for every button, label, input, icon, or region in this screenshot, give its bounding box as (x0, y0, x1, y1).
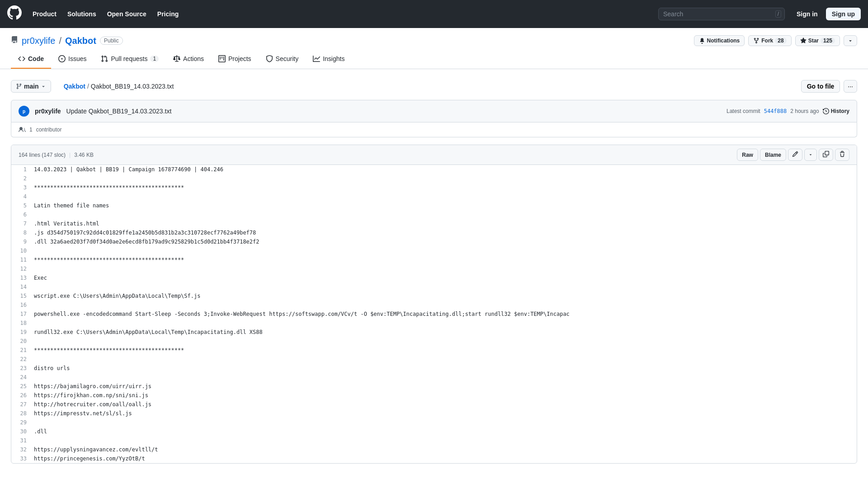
github-logo[interactable] (7, 5, 22, 23)
copy-icon (823, 151, 829, 157)
fork-button[interactable]: Fork 28 (748, 35, 791, 46)
sign-in-button[interactable]: Sign in (792, 8, 822, 20)
line-content: Latin themed file names (34, 201, 857, 210)
bell-icon (699, 38, 705, 44)
line-number[interactable]: 11 (11, 255, 34, 264)
nav-solutions[interactable]: Solutions (64, 9, 100, 19)
line-content (34, 192, 857, 201)
tab-insights[interactable]: Insights (306, 50, 352, 69)
line-number[interactable]: 31 (11, 436, 34, 445)
line-number[interactable]: 24 (11, 373, 34, 382)
line-number[interactable]: 5 (11, 201, 34, 210)
repo-owner-link[interactable]: pr0xylife (22, 36, 55, 46)
tab-pullrequests[interactable]: Pull requests 1 (94, 50, 166, 69)
line-number[interactable]: 9 (11, 237, 34, 246)
line-number[interactable]: 15 (11, 291, 34, 300)
line-number[interactable]: 2 (11, 174, 34, 183)
table-row: 18 (11, 319, 857, 328)
line-number[interactable]: 3 (11, 183, 34, 192)
delete-button[interactable] (835, 149, 849, 161)
history-link[interactable]: History (823, 108, 849, 114)
line-number[interactable]: 6 (11, 210, 34, 219)
line-number[interactable]: 23 (11, 364, 34, 373)
star-button[interactable]: Star 125 (795, 35, 840, 46)
file-viewer: 164 lines (147 sloc) | 3.46 KB Raw Blame (11, 145, 857, 464)
commit-author[interactable]: pr0xylife (35, 108, 61, 115)
line-number[interactable]: 17 (11, 310, 34, 319)
line-number[interactable]: 21 (11, 346, 34, 355)
line-content: 14.03.2023 | Qakbot | BB19 | Campaign 16… (34, 165, 857, 174)
line-content (34, 282, 857, 291)
tab-issues[interactable]: Issues (51, 50, 94, 69)
line-number[interactable]: 30 (11, 427, 34, 436)
commit-message: Update Qakbot_BB19_14.03.2023.txt (66, 108, 172, 115)
more-options-button[interactable]: ··· (844, 80, 857, 93)
stat-separator: | (69, 152, 71, 158)
go-to-file-button[interactable]: Go to file (801, 80, 840, 93)
line-content (34, 246, 857, 255)
line-number[interactable]: 19 (11, 328, 34, 337)
tab-code[interactable]: Code (11, 50, 51, 69)
table-row: 17 powershell.exe -encodedcommand Start-… (11, 310, 857, 319)
tab-projects[interactable]: Projects (211, 50, 259, 69)
contributors-label: contributor (36, 127, 62, 133)
line-number[interactable]: 28 (11, 409, 34, 418)
line-number[interactable]: 1 (11, 165, 34, 174)
line-number[interactable]: 29 (11, 418, 34, 427)
code-table: 1 14.03.2023 | Qakbot | BB19 | Campaign … (11, 165, 857, 463)
tab-security[interactable]: Security (259, 50, 306, 69)
star-dropdown-button[interactable] (844, 35, 857, 46)
trash-icon (839, 151, 845, 157)
line-number[interactable]: 33 (11, 454, 34, 463)
commit-hash[interactable]: 544f888 (764, 108, 787, 114)
line-number[interactable]: 13 (11, 273, 34, 282)
line-content: distro urls (34, 364, 857, 373)
line-number[interactable]: 7 (11, 219, 34, 228)
history-icon (823, 108, 829, 114)
line-number[interactable]: 22 (11, 355, 34, 364)
line-number[interactable]: 12 (11, 264, 34, 273)
raw-button[interactable]: Raw (737, 149, 758, 161)
line-number[interactable]: 20 (11, 337, 34, 346)
line-content: ****************************************… (34, 255, 857, 264)
table-row: 13 Exec (11, 273, 857, 282)
line-number[interactable]: 18 (11, 319, 34, 328)
contributors-icon (19, 126, 26, 133)
breadcrumb-repo-link[interactable]: Qakbot (64, 83, 85, 90)
edit-dropdown-button[interactable] (804, 149, 817, 161)
branch-selector[interactable]: main (11, 80, 51, 93)
sign-up-button[interactable]: Sign up (826, 8, 861, 20)
projects-icon (218, 55, 226, 62)
nav-pricing[interactable]: Pricing (154, 9, 182, 19)
line-number[interactable]: 14 (11, 282, 34, 291)
tab-actions[interactable]: Actions (166, 50, 211, 69)
repo-name-link[interactable]: Qakbot (65, 36, 96, 46)
line-number[interactable]: 26 (11, 391, 34, 400)
line-content (34, 337, 857, 346)
line-content: https://impresstv.net/sl/sl.js (34, 409, 857, 418)
notifications-button[interactable]: Notifications (694, 35, 745, 46)
line-content: .dll (34, 427, 857, 436)
line-number[interactable]: 8 (11, 228, 34, 237)
chevron-down-icon (848, 38, 853, 43)
edit-button[interactable] (788, 149, 802, 161)
table-row: 3 **************************************… (11, 183, 857, 192)
blame-button[interactable]: Blame (760, 149, 786, 161)
nav-opensource[interactable]: Open Source (104, 9, 150, 19)
contributors-count: 1 (29, 127, 33, 133)
copy-button[interactable] (819, 149, 833, 161)
search-shortcut: / (775, 10, 781, 18)
repo-header: pr0xylife / Qakbot Public Notifications … (0, 28, 868, 69)
line-number[interactable]: 10 (11, 246, 34, 255)
line-content (34, 355, 857, 364)
latest-commit-label: Latest commit (726, 108, 760, 114)
line-number[interactable]: 25 (11, 382, 34, 391)
line-number[interactable]: 16 (11, 300, 34, 310)
nav-product[interactable]: Product (29, 9, 60, 19)
search-input[interactable] (658, 8, 785, 20)
line-number[interactable]: 4 (11, 192, 34, 201)
line-number[interactable]: 27 (11, 400, 34, 409)
table-row: 2 (11, 174, 857, 183)
table-row: 22 (11, 355, 857, 364)
line-number[interactable]: 32 (11, 445, 34, 454)
